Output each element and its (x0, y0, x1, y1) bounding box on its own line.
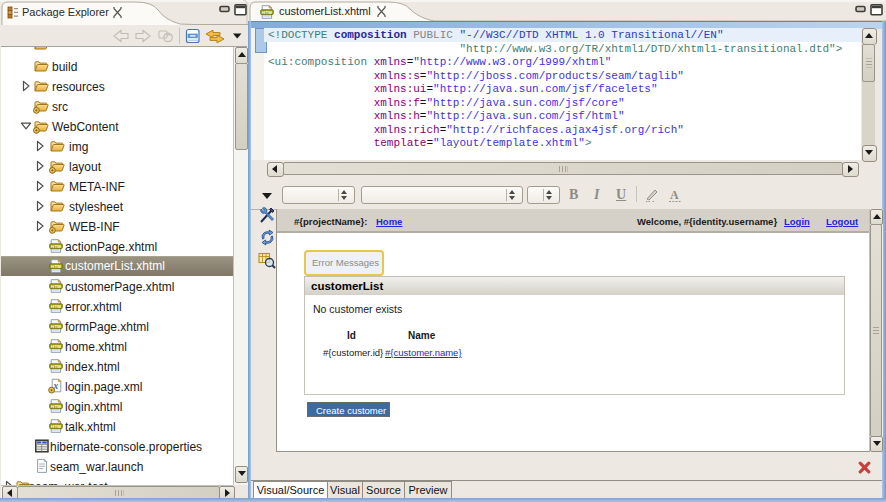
svg-text:A: A (670, 188, 679, 202)
